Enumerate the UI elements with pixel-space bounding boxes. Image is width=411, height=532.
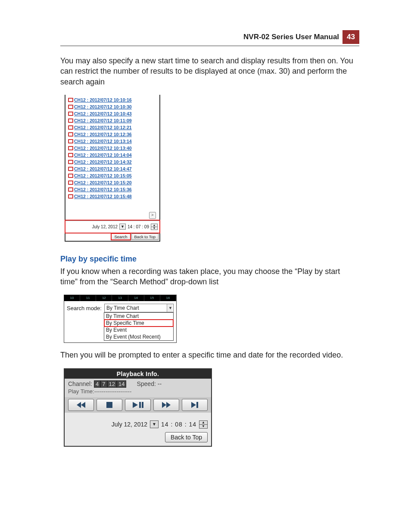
playback-back-to-top-button[interactable]: Back to Top bbox=[165, 432, 208, 442]
speed-label: Speed: bbox=[137, 380, 156, 387]
timeline-tab[interactable]: 14 bbox=[128, 295, 144, 301]
timeline-tab[interactable]: 16 bbox=[160, 295, 176, 301]
search-time-value: 14 : 07 : 09 bbox=[128, 224, 149, 229]
timeline-tab[interactable]: 12 bbox=[96, 295, 112, 301]
playback-controls bbox=[65, 397, 211, 413]
search-mode-option[interactable]: By Event (Most Recent) bbox=[104, 333, 173, 340]
spinner-up-icon[interactable]: ▲ bbox=[199, 421, 207, 424]
play-pause-button[interactable] bbox=[125, 399, 151, 411]
search-mode-label: Search mode: bbox=[67, 305, 102, 311]
play-time-value: -------------------- bbox=[94, 388, 132, 395]
channel-badge[interactable]: 4 bbox=[94, 380, 100, 388]
skip-end-button[interactable] bbox=[182, 399, 208, 411]
result-link[interactable]: CH12 : 2012/07/12 10:14:04 bbox=[68, 152, 157, 159]
svg-marker-37 bbox=[166, 402, 171, 408]
timeline-tab[interactable]: 13 bbox=[112, 295, 128, 301]
page-number: 43 bbox=[342, 30, 359, 44]
spinner-down-icon[interactable]: ▼ bbox=[199, 424, 207, 428]
timeline-tab[interactable]: 15 bbox=[144, 295, 160, 301]
search-mode-option[interactable]: By Event bbox=[104, 327, 173, 333]
video-clip-icon bbox=[68, 174, 73, 178]
svg-rect-21 bbox=[69, 168, 72, 170]
video-clip-icon bbox=[68, 132, 73, 137]
search-button[interactable]: Search bbox=[111, 233, 130, 240]
svg-marker-36 bbox=[162, 402, 166, 408]
svg-rect-34 bbox=[139, 402, 141, 408]
playback-time-spinner[interactable]: ▲▼ bbox=[199, 420, 208, 429]
playback-datetime-row: July 12, 2012 ▼ 14 : 08 : 14 ▲▼ bbox=[65, 413, 211, 429]
video-clip-icon bbox=[68, 153, 73, 157]
result-link[interactable]: CH12 : 2012/07/12 10:15:05 bbox=[68, 172, 157, 179]
video-clip-icon bbox=[68, 118, 73, 123]
rewind-icon bbox=[77, 402, 85, 408]
video-clip-icon bbox=[68, 139, 73, 143]
channel-badge[interactable]: 7 bbox=[100, 380, 107, 388]
intro-paragraph: You may also specify a new start time to… bbox=[60, 56, 359, 87]
svg-rect-17 bbox=[69, 154, 72, 156]
video-clip-icon bbox=[68, 98, 73, 102]
search-button-row: Search Back to Top bbox=[65, 233, 159, 241]
back-to-top-button[interactable]: Back to Top bbox=[131, 233, 159, 240]
result-link[interactable]: CH12 : 2012/07/12 10:12:21 bbox=[68, 124, 157, 131]
playback-date-value: July 12, 2012 bbox=[112, 421, 147, 428]
result-link[interactable]: CH12 : 2012/07/12 10:10:16 bbox=[68, 96, 157, 103]
channel-badge[interactable]: 12 bbox=[107, 380, 117, 388]
search-mode-options: By Time ChartBy Specific TimeBy EventBy … bbox=[104, 312, 174, 341]
video-clip-icon bbox=[68, 187, 73, 192]
result-link[interactable]: CH12 : 2012/07/12 10:14:32 bbox=[68, 159, 157, 165]
svg-rect-15 bbox=[69, 147, 72, 149]
result-link[interactable]: CH12 : 2012/07/12 10:15:20 bbox=[68, 179, 157, 186]
video-clip-icon bbox=[68, 194, 73, 199]
video-clip-icon bbox=[68, 105, 73, 109]
date-picker-toggle[interactable]: ▼ bbox=[119, 224, 126, 230]
manual-title: NVR-02 Series User Manual bbox=[240, 30, 342, 44]
playback-info-panel: Playback Info. Channel: 471214 Speed: --… bbox=[64, 368, 212, 447]
channel-badge[interactable]: 14 bbox=[117, 380, 126, 388]
result-link[interactable]: CH12 : 2012/07/12 10:14:47 bbox=[68, 165, 157, 172]
fast-forward-button[interactable] bbox=[153, 399, 179, 411]
result-link[interactable]: CH12 : 2012/07/12 10:11:09 bbox=[68, 117, 157, 124]
playback-date-picker-toggle[interactable]: ▼ bbox=[150, 420, 159, 428]
timeline-tab[interactable]: 11 bbox=[80, 295, 96, 301]
svg-rect-32 bbox=[106, 402, 112, 408]
video-clip-icon bbox=[68, 160, 73, 164]
page-header: NVR-02 Series User Manual 43 bbox=[60, 30, 359, 46]
svg-rect-1 bbox=[69, 99, 72, 101]
svg-rect-13 bbox=[69, 140, 72, 143]
result-link[interactable]: CH12 : 2012/07/12 10:15:36 bbox=[68, 186, 157, 193]
search-mode-select[interactable]: By Time Chart bbox=[104, 304, 174, 312]
search-date-value: July 12, 2012 bbox=[92, 224, 118, 229]
result-link[interactable]: CH12 : 2012/07/12 10:10:30 bbox=[68, 103, 157, 110]
svg-rect-39 bbox=[196, 402, 198, 408]
manual-page: NVR-02 Series User Manual 43 You may als… bbox=[0, 0, 411, 532]
video-clip-icon bbox=[68, 125, 73, 130]
result-link[interactable]: CH12 : 2012/07/12 10:12:36 bbox=[68, 131, 157, 138]
next-page-button[interactable]: > bbox=[149, 212, 156, 219]
svg-rect-9 bbox=[69, 126, 72, 129]
timeline-tabs: 10111213141516 bbox=[64, 295, 176, 301]
results-list: CH12 : 2012/07/12 10:10:16CH12 : 2012/07… bbox=[65, 95, 159, 212]
play-time-label: Play Time: bbox=[68, 388, 94, 395]
svg-rect-35 bbox=[142, 402, 143, 408]
svg-marker-33 bbox=[133, 402, 138, 408]
spinner-down-icon[interactable]: ▼ bbox=[151, 227, 157, 230]
section-heading-play-specific: Play by specific time bbox=[60, 255, 359, 264]
search-mode-panel: 10111213141516 Search mode: By Time Char… bbox=[64, 295, 177, 343]
channel-label: Channel: bbox=[68, 380, 92, 387]
play-icon bbox=[133, 402, 138, 408]
result-link[interactable]: CH12 : 2012/07/12 10:10:43 bbox=[68, 110, 157, 117]
search-mode-option[interactable]: By Time Chart bbox=[104, 313, 173, 320]
timeline-tab[interactable]: 10 bbox=[64, 295, 80, 301]
result-link[interactable]: CH12 : 2012/07/12 10:13:40 bbox=[68, 145, 157, 152]
rewind-button[interactable] bbox=[68, 399, 94, 411]
svg-marker-31 bbox=[81, 402, 85, 408]
stop-button[interactable] bbox=[97, 399, 122, 411]
result-link[interactable]: CH12 : 2012/07/12 10:13:14 bbox=[68, 138, 157, 145]
video-clip-icon bbox=[68, 167, 73, 171]
result-link[interactable]: CH12 : 2012/07/12 10:15:48 bbox=[68, 193, 157, 200]
video-clip-icon bbox=[68, 180, 73, 185]
time-spinner[interactable]: ▲▼ bbox=[151, 224, 158, 230]
svg-rect-3 bbox=[69, 106, 72, 108]
svg-rect-5 bbox=[69, 112, 72, 115]
search-mode-option[interactable]: By Specific Time bbox=[104, 320, 173, 327]
